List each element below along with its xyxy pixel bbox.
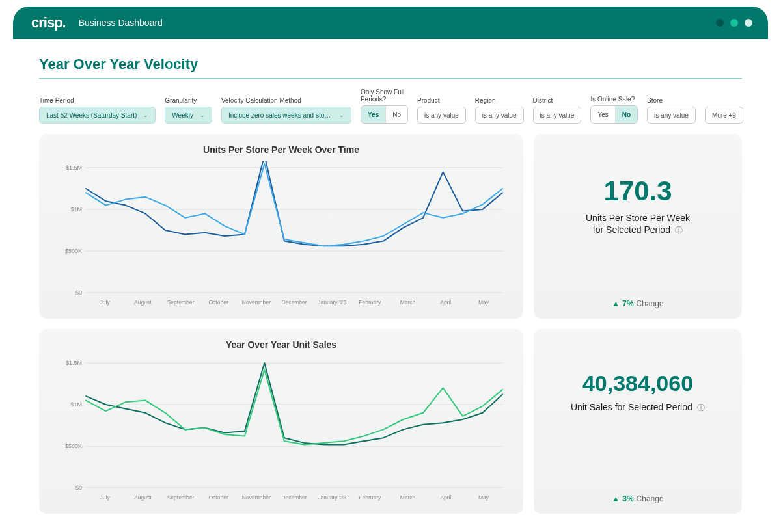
- dropdown-granularity[interactable]: Weekly ⌄: [165, 107, 212, 124]
- metric-unitsales-change: ▲ 3% Change: [612, 475, 663, 503]
- svg-text:$1.5M: $1.5M: [66, 360, 82, 366]
- svg-text:Novemnber: Novemnber: [242, 494, 271, 501]
- upspw-chart[interactable]: $0$500K$1M$1.5MJulyAugustSeptemberOctobe…: [52, 161, 510, 311]
- card-unitsales-chart: Year Over Year Unit Sales $0$500K$1M$1.5…: [39, 329, 523, 514]
- chart-title-unitsales: Year Over Year Unit Sales: [52, 339, 510, 350]
- svg-text:October: October: [209, 299, 228, 306]
- titlebar: crisp. Business Dashboard: [13, 7, 768, 39]
- triangle-up-icon: ▲: [612, 299, 620, 308]
- toggle-full-periods: Yes No: [361, 105, 408, 124]
- svg-text:$500K: $500K: [65, 248, 82, 254]
- metric-upspw-label: Units Per Store Per Week for Selected Pe…: [586, 212, 690, 236]
- dropdown-velocity-method[interactable]: Include zero sales weeks and stores with…: [221, 107, 351, 124]
- dropdown-time-period[interactable]: Last 52 Weeks (Saturday Start) ⌄: [39, 107, 156, 124]
- window-dot-1[interactable]: [716, 19, 724, 27]
- svg-text:$1M: $1M: [70, 206, 82, 213]
- svg-text:April: April: [440, 299, 451, 306]
- card-unitsales-metric: 40,384,060 Unit Sales for Selected Perio…: [534, 329, 742, 514]
- content-area: Year Over Year Velocity Time Period Last…: [13, 39, 768, 532]
- filter-online: Is Online Sale? Yes No: [590, 96, 638, 124]
- svg-text:August: August: [134, 494, 152, 501]
- window-dot-2[interactable]: [730, 19, 738, 27]
- filter-label-full-periods: Only Show Full Periods?: [361, 88, 408, 103]
- card-upspw-metric: 170.3 Units Per Store Per Week for Selec…: [534, 134, 742, 319]
- dropdown-store[interactable]: is any value: [647, 107, 696, 124]
- filter-label-online: Is Online Sale?: [590, 96, 638, 103]
- metric-unitsales-label: Unit Sales for Selected Period ⓘ: [571, 401, 705, 414]
- svg-text:January '23: January '23: [318, 299, 346, 306]
- toggle-online: Yes No: [590, 105, 638, 124]
- svg-text:March: March: [400, 494, 416, 501]
- svg-text:March: March: [400, 299, 416, 306]
- filter-more: More +9: [705, 97, 743, 124]
- svg-text:February: February: [359, 299, 381, 306]
- row-1: Units Per Store Per Week Over Time $0$50…: [39, 134, 742, 319]
- card-upspw-chart: Units Per Store Per Week Over Time $0$50…: [39, 134, 523, 319]
- svg-text:December: December: [281, 299, 307, 306]
- dashboard-window: crisp. Business Dashboard Year Over Year…: [13, 7, 768, 532]
- svg-text:Novemnber: Novemnber: [242, 299, 271, 306]
- svg-text:October: October: [209, 494, 228, 501]
- filter-velocity-method: Velocity Calculation Method Include zero…: [221, 97, 351, 124]
- dropdown-product[interactable]: is any value: [417, 107, 466, 124]
- svg-text:May: May: [478, 494, 489, 501]
- info-icon[interactable]: ⓘ: [673, 226, 683, 235]
- chevron-down-icon: ⌄: [143, 112, 148, 118]
- svg-text:August: August: [134, 299, 152, 306]
- filter-time-period: Time Period Last 52 Weeks (Saturday Star…: [39, 97, 156, 124]
- page-title: Year Over Year Velocity: [39, 56, 742, 79]
- filter-bar: Time Period Last 52 Weeks (Saturday Star…: [39, 88, 742, 124]
- svg-text:$1M: $1M: [70, 401, 82, 408]
- svg-text:$500K: $500K: [65, 443, 82, 449]
- svg-text:December: December: [281, 494, 307, 501]
- chart-title-upspw: Units Per Store Per Week Over Time: [52, 144, 510, 155]
- filter-label-granularity: Granularity: [165, 97, 212, 104]
- filter-region: Region is any value: [475, 97, 524, 124]
- unitsales-chart[interactable]: $0$500K$1M$1.5MJulyAugustSeptemberOctobe…: [52, 356, 510, 506]
- svg-text:April: April: [440, 494, 451, 501]
- svg-text:February: February: [359, 494, 381, 501]
- toggle-online-yes[interactable]: Yes: [591, 106, 614, 123]
- svg-text:May: May: [478, 299, 489, 306]
- filter-label-region: Region: [475, 97, 524, 104]
- dropdown-district[interactable]: is any value: [533, 107, 582, 124]
- metric-upspw-change: ▲ 7% Change: [612, 280, 663, 308]
- svg-text:$0: $0: [75, 289, 82, 296]
- metric-unitsales-value: 40,384,060: [582, 371, 693, 396]
- dropdown-region[interactable]: is any value: [475, 107, 524, 124]
- toggle-online-no[interactable]: No: [615, 106, 637, 123]
- svg-text:$1.5M: $1.5M: [66, 165, 82, 171]
- info-icon[interactable]: ⓘ: [695, 403, 705, 412]
- metric-upspw-value: 170.3: [603, 176, 672, 207]
- chevron-down-icon: ⌄: [339, 112, 344, 118]
- filter-granularity: Granularity Weekly ⌄: [165, 97, 212, 124]
- app-subtitle: Business Dashboard: [79, 18, 163, 28]
- window-controls: [716, 19, 752, 27]
- triangle-up-icon: ▲: [612, 494, 620, 503]
- filter-store: Store is any value: [647, 97, 696, 124]
- more-filters-button[interactable]: More +9: [705, 107, 743, 124]
- window-dot-3[interactable]: [745, 19, 752, 27]
- filter-label-store: Store: [647, 97, 696, 104]
- filter-label-product: Product: [417, 97, 466, 104]
- chevron-down-icon: ⌄: [200, 112, 205, 118]
- filter-label-district: District: [533, 97, 582, 104]
- logo: crisp.: [31, 14, 66, 31]
- filter-label-time-period: Time Period: [39, 97, 156, 104]
- toggle-full-periods-yes[interactable]: Yes: [361, 106, 385, 123]
- filter-district: District is any value: [533, 97, 582, 124]
- svg-text:$0: $0: [75, 485, 82, 491]
- svg-text:January '23: January '23: [318, 494, 346, 501]
- filter-full-periods: Only Show Full Periods? Yes No: [361, 88, 408, 124]
- svg-text:September: September: [167, 494, 195, 501]
- svg-text:July: July: [100, 494, 111, 501]
- row-2: Year Over Year Unit Sales $0$500K$1M$1.5…: [39, 329, 742, 514]
- toggle-full-periods-no[interactable]: No: [385, 106, 407, 123]
- svg-text:July: July: [100, 299, 111, 306]
- svg-text:September: September: [167, 299, 195, 306]
- filter-label-velocity: Velocity Calculation Method: [221, 97, 351, 104]
- filter-product: Product is any value: [417, 97, 466, 124]
